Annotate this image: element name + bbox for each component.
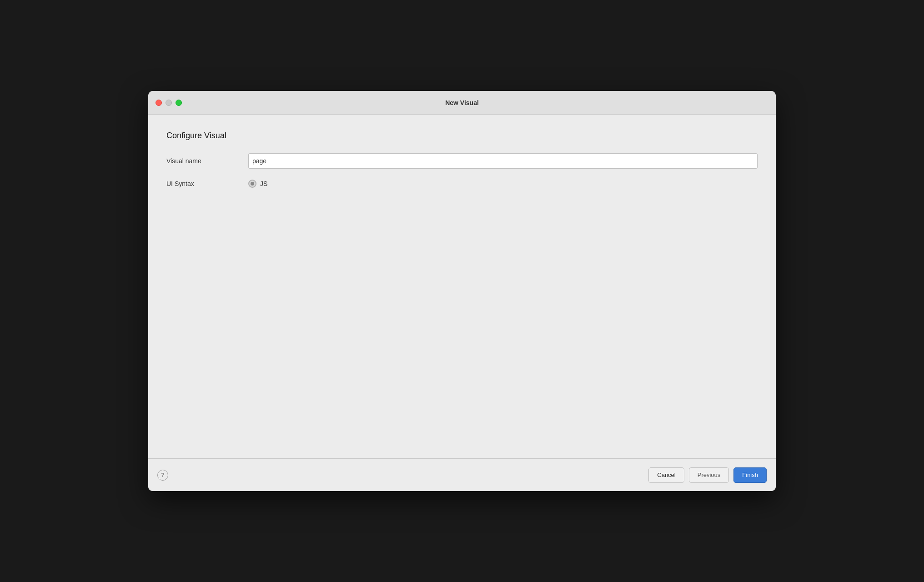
footer: ? Cancel Previous Finish (148, 458, 776, 491)
visual-name-label: Visual name (166, 157, 248, 165)
finish-button[interactable]: Finish (733, 467, 767, 483)
radio-group: JS (248, 180, 267, 188)
maximize-button[interactable] (176, 100, 182, 106)
main-content: Configure Visual Visual name UI Syntax J… (148, 115, 776, 458)
visual-name-input[interactable] (248, 153, 758, 169)
previous-button[interactable]: Previous (689, 467, 729, 483)
footer-right: Cancel Previous Finish (648, 467, 767, 483)
cancel-button[interactable]: Cancel (648, 467, 684, 483)
help-button[interactable]: ? (157, 470, 168, 481)
dialog-window: New Visual Configure Visual Visual name … (148, 91, 776, 491)
visual-name-row: Visual name (166, 153, 758, 169)
form-area: Visual name UI Syntax JS (166, 153, 758, 188)
section-title: Configure Visual (166, 131, 758, 140)
js-radio-label: JS (260, 180, 267, 187)
window-title: New Visual (445, 99, 479, 106)
help-icon: ? (161, 472, 165, 478)
close-button[interactable] (156, 100, 162, 106)
traffic-lights (156, 100, 182, 106)
minimize-button[interactable] (166, 100, 172, 106)
ui-syntax-row: UI Syntax JS (166, 180, 758, 188)
js-radio-button[interactable] (248, 180, 256, 188)
ui-syntax-label: UI Syntax (166, 180, 248, 187)
titlebar: New Visual (148, 91, 776, 115)
radio-inner-dot (251, 182, 254, 186)
footer-left: ? (157, 470, 168, 481)
